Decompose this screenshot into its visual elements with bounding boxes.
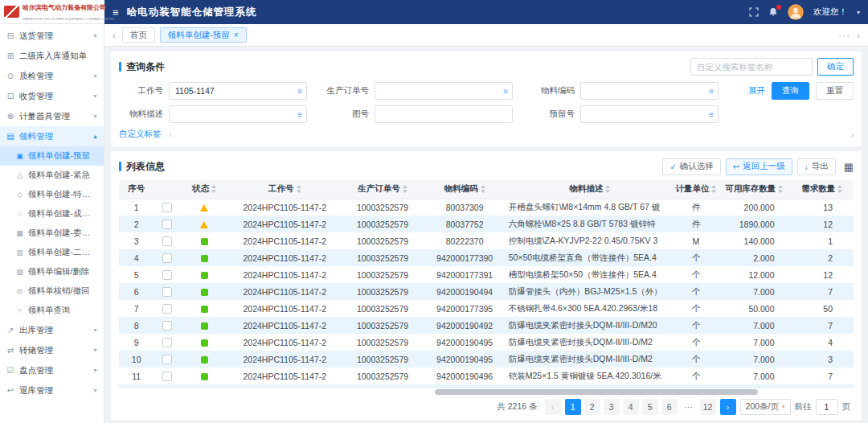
user-avatar[interactable] [788,4,804,20]
export-button[interactable]: ↓ 导出 [797,158,836,175]
row-checkbox[interactable] [162,338,172,347]
page-size-select[interactable]: 200条/页 ▾ [740,399,791,415]
material-desc-input[interactable] [175,109,297,119]
column-settings-icon[interactable]: ▦ [844,161,854,173]
column-header-work_no[interactable]: 工作号 [228,180,341,199]
header-actions: 欢迎您！ ▾ [749,4,860,20]
work-no-input[interactable] [175,86,297,96]
tab-requisition-create-reserve[interactable]: 领料单创建-预留 × [160,27,247,43]
pagination-total: 共 2216 条 [497,401,537,413]
sidebar-item-secondary-inbound-notice[interactable]: ⊞二级库入库通知单 [0,46,104,66]
row-checkbox[interactable] [162,270,172,280]
filter-list-icon[interactable]: ≡ [709,87,714,96]
tabs-more-icon[interactable]: ··· [838,30,850,41]
sidebar-subitem-label: 领料单创建-特殊项目 [28,189,98,200]
sidebar-item-receiving-management[interactable]: ⊡收货管理▼ [0,86,104,106]
filter-list-icon[interactable]: ≡ [297,110,302,119]
reset-button[interactable]: 重置 [816,82,854,100]
sidebar-subitem-requisition-edit-delete[interactable]: ▧领料单编辑/删除 [0,262,104,281]
expand-link[interactable]: 展开 [748,85,765,97]
confirm-select-button[interactable]: ✓ 确认选择 [662,158,720,175]
filter-list-icon[interactable]: ≡ [297,87,302,96]
sidebar-item-measuring-tools-management[interactable]: ⊗计量器具管理▼ [0,106,104,126]
table-row: 102024HPC1105-1147-210003252579942000190… [119,351,854,368]
column-header-demand[interactable]: 需求数量 [791,180,854,199]
app-root: 哈尔滨电气动力装备有限公司 HARBIN ELECTRIC POWER EQUI… [0,0,868,423]
sidebar-item-requisition-management[interactable]: ▤领料管理▲ [0,126,104,146]
tabs-scroll-left-icon[interactable]: ‹ [111,31,117,40]
confirm-button[interactable]: 确定 [817,58,854,76]
sidebar-collapse-icon[interactable]: ≡ [113,7,119,18]
row-order-no-cell: 10003252579 [341,266,424,283]
page-button-12[interactable]: 12 [700,399,716,415]
page-ellipsis[interactable]: ··· [681,399,697,415]
row-checkbox[interactable] [162,203,172,212]
row-checkbox[interactable] [162,287,172,297]
sidebar-item-stocktake-management[interactable]: ☑盘点管理▼ [0,360,104,380]
sidebar-subitem-requisition-create-urgent[interactable]: △领料单创建-紧急 [0,166,104,185]
sidebar-subitem-requisition-create-cost-center[interactable]: ⌂领料单创建-成本中心 [0,204,104,224]
page-button-1[interactable]: 1 [565,399,581,415]
sidebar-subitem-requisition-create-outsourced[interactable]: ▦领料单创建-委外组件 [0,224,104,243]
row-checkbox[interactable] [162,220,172,229]
back-button[interactable]: ↩ 返回上一级 [726,158,792,175]
column-header-stock[interactable]: 可用库存数量 [718,180,791,199]
sidebar-subitem-requisition-create-reserve[interactable]: ▣领料单创建-预留 [0,146,104,166]
secondary-store-icon: ▥ [15,248,24,257]
row-stock-cell: 12.000 [718,266,791,283]
close-icon[interactable]: × [234,31,239,39]
filter-list-icon[interactable]: ≡ [709,110,714,119]
goto-page-input[interactable] [816,399,838,415]
order-no-input[interactable] [381,86,503,96]
notification-bell-icon[interactable] [768,7,778,17]
custom-tag-link[interactable]: 自定义标签 [119,129,162,140]
material-code-input[interactable] [587,86,709,96]
page-button-5[interactable]: 5 [642,399,658,415]
column-header-material_code[interactable]: 物料编码 [424,180,506,199]
tab-home[interactable]: 首页 [122,27,155,43]
row-checkbox[interactable] [162,372,172,381]
sidebar-subitem-requisition-writeoff-recall[interactable]: ◎领料单核销/撤回 [0,281,104,301]
sidebar-subitem-requisition-create-secondary[interactable]: ▥领料单创建-二级库 [0,243,104,262]
sidebar-item-quality-management[interactable]: ⊙质检管理▼ [0,66,104,86]
page-button-2[interactable]: 2 [584,399,600,415]
chevron-down-icon[interactable]: ▾ [857,9,860,16]
row-checkbox[interactable] [162,321,172,331]
column-header-status[interactable]: 状态 [180,180,228,199]
chevron-left-icon[interactable]: ‹ [170,130,172,139]
sidebar-subitem-requisition-create-special[interactable]: ◇领料单创建-特殊项目 [0,185,104,204]
page-button-4[interactable]: 4 [623,399,639,415]
row-checkbox[interactable] [162,253,172,263]
row-description-cell: 六角螺栓\M8×25 8.8 GB/T 5783 镀锌特 [506,216,674,232]
sidebar-item-delivery-management[interactable]: ⊟送货管理▼ [0,26,104,46]
measuring-tools-icon: ⊗ [6,112,15,121]
next-page-button[interactable]: › [720,399,736,415]
fullscreen-icon[interactable] [749,7,759,17]
search-button[interactable]: 查询 [772,82,809,100]
horizontal-scrollbar-thumb[interactable] [435,389,758,395]
page-button-3[interactable]: 3 [604,399,620,415]
chevron-up-icon: ▲ [92,133,98,139]
material-desc-input-box: ≡ [169,105,307,123]
sidebar-item-return-management[interactable]: ↩退库管理▼ [0,380,104,400]
sidebar-subitem-requisition-query[interactable]: ○领料单查询 [0,301,104,320]
column-header-order_no[interactable]: 生产订单号 [341,180,424,199]
pagination-pages: 123456···12 [565,399,716,415]
row-checkbox[interactable] [162,355,172,364]
sidebar-item-outbound-management[interactable]: ↗出库管理▼ [0,320,104,340]
row-unit-cell: 个 [674,368,718,384]
drawing-no-input[interactable] [381,109,508,119]
tabs-scroll-right-icon[interactable]: › [855,31,862,40]
prev-page-button[interactable]: ‹ [545,399,561,415]
column-header-description[interactable]: 物料描述 [506,180,674,199]
reservation-no-input[interactable] [587,109,709,119]
sidebar-item-transfer-management[interactable]: ⇄转储管理▼ [0,340,104,360]
row-unit-cell: 个 [674,384,718,388]
custom-tag-name-input[interactable] [690,58,813,76]
row-checkbox[interactable] [162,304,172,314]
filter-list-icon[interactable]: ≡ [503,87,508,96]
column-header-unit[interactable]: 计量单位 [674,180,718,199]
chevron-right-icon[interactable]: › [851,130,854,139]
page-button-6[interactable]: 6 [661,399,678,415]
row-checkbox[interactable] [162,236,172,246]
